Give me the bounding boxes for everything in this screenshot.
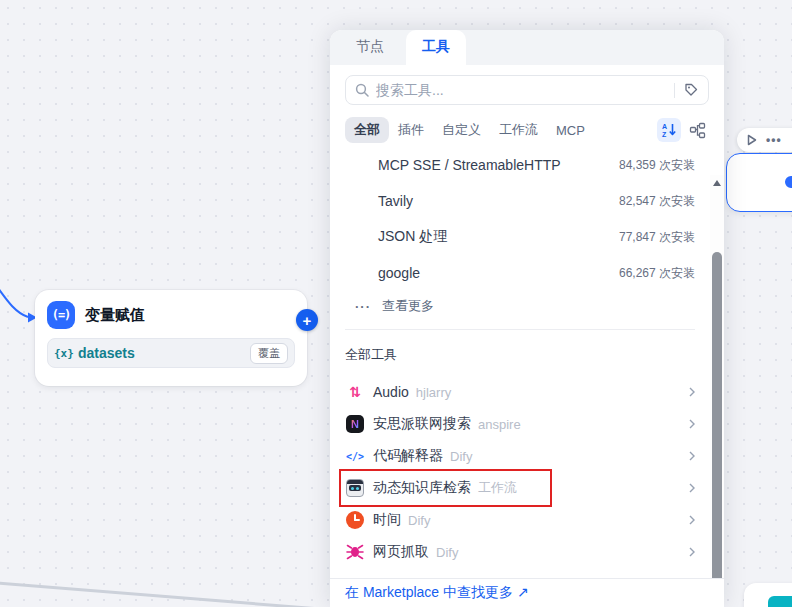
all-tools-list: ⇅ Audio hjlarry N 安思派联网搜索 anspire </> 代码…	[330, 376, 710, 568]
variable-assigner-node[interactable]: (=) 变量赋值 + {x} datasets 覆盖	[35, 290, 307, 386]
tool-name: 安思派联网搜索	[373, 415, 471, 433]
sort-az-icon: A Z	[661, 122, 677, 138]
tool-name: Audio	[373, 384, 409, 400]
add-next-node-button[interactable]: +	[296, 309, 318, 331]
tool-item-anspire-search[interactable]: N 安思派联网搜索 anspire	[330, 408, 710, 440]
search-icon	[355, 83, 369, 97]
hierarchy-icon	[689, 122, 706, 139]
scrollbar-thumb[interactable]	[712, 252, 722, 587]
tool-item-time[interactable]: 时间 Dify	[330, 504, 710, 536]
ellipsis-icon: ···	[355, 299, 371, 314]
ranked-tool-row[interactable]: MCP SSE / StreamableHTTP 84,359 次安装	[330, 147, 710, 183]
chevron-right-icon	[689, 419, 695, 429]
chevron-right-icon	[689, 483, 695, 493]
search-divider	[674, 83, 675, 98]
bottom-right-node-partial[interactable]	[744, 583, 792, 607]
variable-icon: {x}	[54, 347, 74, 360]
install-count: 77,847 次安装	[619, 229, 695, 246]
tool-provider: Dify	[408, 513, 430, 528]
group-view-button[interactable]	[685, 118, 709, 142]
tab-tools[interactable]: 工具	[406, 30, 466, 65]
chevron-right-icon	[689, 451, 695, 461]
tool-item-dynamic-knowledge-retrieval[interactable]: 动态知识库检索 工作流	[330, 472, 710, 504]
tool-name: 动态知识库检索	[373, 479, 471, 497]
svg-text:A: A	[662, 123, 667, 130]
all-tools-heading: 全部工具	[330, 330, 710, 372]
tool-name: MCP SSE / StreamableHTTP	[378, 157, 619, 173]
teal-node-block	[768, 596, 792, 607]
anspire-icon: N	[346, 415, 364, 433]
tool-provider: anspire	[478, 417, 521, 432]
variable-assigner-icon: (=)	[47, 301, 75, 329]
filter-all[interactable]: 全部	[345, 117, 389, 143]
tool-provider: Dify	[436, 545, 458, 560]
play-icon[interactable]	[747, 134, 757, 146]
node-header: (=) 变量赋值	[35, 290, 307, 338]
marketplace-link[interactable]: 在 Marketplace 中查找更多 ↗	[345, 584, 529, 602]
view-more-button[interactable]: ··· 查看更多	[330, 291, 710, 321]
scroll-up-arrow-icon[interactable]	[713, 180, 721, 186]
tool-name: 网页抓取	[373, 543, 429, 561]
sort-az-button[interactable]: A Z	[657, 118, 681, 142]
tools-list: MCP SSE / StreamableHTTP 84,359 次安装 Tavi…	[330, 143, 710, 568]
search-bar[interactable]	[345, 75, 709, 105]
install-count: 82,547 次安装	[619, 193, 695, 210]
vertical-scrollbar[interactable]	[710, 175, 724, 607]
search-input[interactable]	[376, 82, 666, 98]
view-more-label: 查看更多	[382, 297, 434, 315]
tool-name: Tavily	[378, 193, 619, 209]
chevron-right-icon	[689, 387, 695, 397]
more-icon[interactable]: •••	[766, 135, 782, 145]
node-actions-toolbar: •••	[737, 128, 792, 152]
filter-workflow[interactable]: 工作流	[490, 117, 547, 143]
tool-name: 代码解释器	[373, 447, 443, 465]
variable-name: datasets	[78, 345, 250, 361]
tool-provider: hjlarry	[416, 385, 451, 400]
tools-panel: 节点 工具 全部 插件 自定义 工作流 MCP A Z	[330, 30, 724, 607]
ranked-tool-row[interactable]: Tavily 82,547 次安装	[330, 183, 710, 219]
ranked-tool-row[interactable]: google 66,267 次安装	[330, 255, 710, 291]
tool-name: 时间	[373, 511, 401, 529]
tool-provider: Dify	[450, 449, 472, 464]
node-connection-handle[interactable]	[783, 174, 792, 190]
chevron-right-icon	[689, 515, 695, 525]
tool-name: google	[378, 265, 619, 281]
chevron-right-icon	[689, 547, 695, 557]
variable-row[interactable]: {x} datasets 覆盖	[47, 338, 295, 368]
filter-plugins[interactable]: 插件	[389, 117, 433, 143]
code-icon: </>	[345, 446, 365, 466]
filter-custom[interactable]: 自定义	[433, 117, 490, 143]
filter-mcp[interactable]: MCP	[547, 119, 594, 142]
install-count: 84,359 次安装	[619, 157, 695, 174]
tab-nodes[interactable]: 节点	[344, 30, 396, 65]
filter-row: 全部 插件 自定义 工作流 MCP A Z	[345, 117, 709, 143]
tool-name: JSON 处理	[378, 228, 619, 246]
spider-icon	[346, 544, 364, 560]
node-title: 变量赋值	[85, 306, 145, 325]
tool-provider: 工作流	[478, 479, 517, 497]
tool-item-audio[interactable]: ⇅ Audio hjlarry	[330, 376, 710, 408]
tag-filter-icon[interactable]	[683, 82, 699, 98]
install-count: 66,267 次安装	[619, 265, 695, 282]
audio-icon: ⇅	[345, 382, 365, 402]
write-mode-badge: 覆盖	[250, 343, 288, 364]
panel-footer: 在 Marketplace 中查找更多 ↗	[330, 578, 724, 607]
tool-item-code-interpreter[interactable]: </> 代码解释器 Dify	[330, 440, 710, 472]
ranked-tool-row[interactable]: JSON 处理 77,847 次安装	[330, 219, 710, 255]
svg-text:Z: Z	[662, 131, 667, 138]
tool-item-web-scraper[interactable]: 网页抓取 Dify	[330, 536, 710, 568]
panel-tab-bar: 节点 工具	[330, 30, 724, 65]
robot-icon	[346, 479, 364, 497]
clock-icon	[346, 511, 364, 529]
